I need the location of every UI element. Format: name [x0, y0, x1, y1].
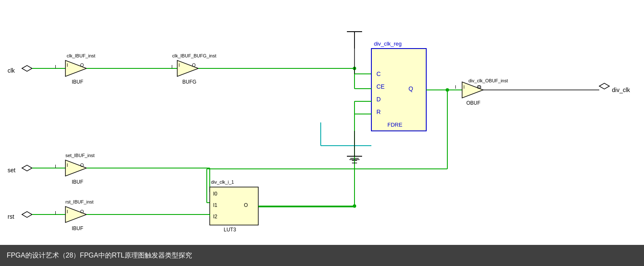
- set-ibuf-inst-label: set_IBUF_inst: [65, 153, 95, 158]
- clk-ibuf-inst-label: clk_IBUF_inst: [67, 53, 95, 58]
- rst-port: [22, 212, 32, 217]
- rst-ibuf-inst-label: rst_IBUF_inst: [65, 199, 94, 204]
- fdre-q-label: Q: [409, 85, 413, 92]
- bufg-o-label: O: [192, 62, 196, 68]
- fdre-inst-label: div_clk_reg: [374, 41, 402, 47]
- bufg-inst-label: clk_IBUF_BUFG_inst: [172, 53, 216, 58]
- set-ibuf-o-label: O: [80, 163, 84, 168]
- clk-label: clk: [8, 67, 15, 74]
- footer-text: FPGA的设计艺术（28）FPGA中的RTL原理图触发器类型探究: [7, 251, 192, 260]
- clk-ibuf-i-label: I: [67, 62, 68, 68]
- fdre-c-label: C: [376, 71, 381, 77]
- clk-i-wire-label: I: [55, 64, 56, 69]
- obuf-inst-label: div_clk_OBUF_inst: [468, 78, 508, 83]
- set-ibuf-type-label: IBUF: [72, 179, 83, 185]
- obuf-type-label: OBUF: [466, 100, 480, 106]
- obuf-o-wire-label: O: [478, 84, 482, 90]
- fdre-ce-label: CE: [376, 83, 384, 90]
- clk-ibuf-type-label: IBUF: [72, 79, 83, 85]
- diagram-area: clk I O clk_IBUF_inst IBUF I O clk_IBUF_…: [0, 0, 644, 245]
- footer-bar: FPGA的设计艺术（28）FPGA中的RTL原理图触发器类型探究: [0, 245, 644, 266]
- junction-dot-d: [353, 204, 356, 208]
- div-clk-label: div_clk: [612, 87, 630, 93]
- lut3-type-label: LUT3: [224, 227, 236, 233]
- bufg-type-label: BUFG: [182, 79, 196, 85]
- rst-label: rst: [8, 213, 14, 220]
- rst-ibuf-i-label: I: [67, 209, 68, 214]
- bufg-i-wire-label: I: [171, 64, 173, 69]
- lut-i0-label: I0: [213, 191, 217, 197]
- set-port: [22, 165, 32, 171]
- fdre-d-label: D: [376, 96, 381, 103]
- bufg-i-label: I: [179, 62, 180, 68]
- set-label: set: [8, 167, 16, 174]
- set-i-wire-label: I: [55, 164, 56, 169]
- clk-port: [22, 65, 32, 71]
- rst-ibuf-type-label: IBUF: [72, 225, 83, 231]
- lut-i1-label: I1: [213, 202, 217, 208]
- rst-i-wire-label: I: [55, 210, 56, 215]
- div-clk-port: [599, 83, 609, 89]
- rst-ibuf-o-label: O: [80, 209, 84, 214]
- lut-o-label: O: [244, 202, 248, 208]
- obuf-i-wire-label: I: [455, 84, 456, 90]
- lut-inst-label: div_clk_i_1: [211, 179, 234, 185]
- clk-ibuf-o-label: O: [80, 62, 84, 68]
- obuf-i-label: I: [463, 84, 465, 90]
- fdre-r-label: R: [376, 109, 381, 115]
- fdre-type-label: FDRE: [387, 122, 403, 128]
- set-ibuf-i-label: I: [67, 163, 68, 168]
- lut-i2-label: I2: [213, 214, 217, 220]
